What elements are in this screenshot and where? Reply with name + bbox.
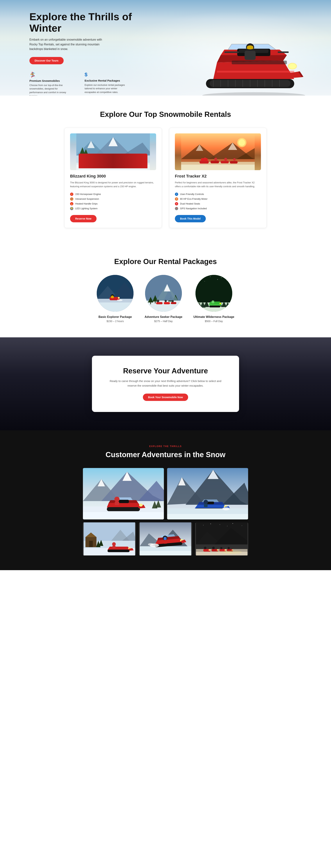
adventure-package-price: $275 – Half Day xyxy=(145,320,182,323)
reserve-card: Reserve Your Adventure Ready to carve th… xyxy=(92,356,239,412)
svg-point-103 xyxy=(219,303,221,304)
frost-tracker-features: ✦ User-Friendly Controls ⚙ 80 HP Eco-Fri… xyxy=(175,192,261,211)
svg-point-87 xyxy=(164,300,167,302)
svg-rect-52 xyxy=(200,161,209,163)
reserve-desc: Ready to carve through the snow on your … xyxy=(107,379,224,388)
svg-rect-55 xyxy=(211,161,219,163)
hero-section: Explore the Thrills of Winter Embark on … xyxy=(0,0,331,96)
svg-rect-88 xyxy=(171,302,176,304)
book-model-button[interactable]: Book This Model xyxy=(175,215,206,222)
feature-led-label: LED Lighting System xyxy=(75,207,97,210)
svg-rect-84 xyxy=(156,302,162,304)
basic-package-name: Basic Explorer Package xyxy=(97,315,133,319)
svg-point-0 xyxy=(202,92,305,96)
svg-point-173 xyxy=(204,547,206,549)
feature-motor-label: 80 HP Eco-Friendly Motor xyxy=(180,197,207,200)
svg-point-186 xyxy=(203,525,203,525)
book-snowmobile-button[interactable]: Book Your Snowmobile Now xyxy=(143,394,188,401)
svg-point-190 xyxy=(242,526,242,526)
adventure-image-1 xyxy=(83,468,164,520)
svg-rect-15 xyxy=(224,52,239,53)
basic-package-image xyxy=(97,275,133,312)
gps-icon: 📍 xyxy=(175,207,178,210)
package-adventure: Adventure Seeker Package $275 – Half Day xyxy=(145,275,182,323)
motor-icon: ⚙ xyxy=(175,197,178,200)
svg-point-18 xyxy=(289,64,296,69)
svg-point-71 xyxy=(118,297,120,299)
package-basic: Basic Explorer Package $150 – 2 hours xyxy=(97,275,133,323)
blizzard-king-desc: The Blizzard King 3000 is designed for p… xyxy=(70,181,156,188)
hero-subtitle: Embark on an unforgettable snowmobile ad… xyxy=(29,37,107,52)
svg-rect-123 xyxy=(115,501,119,505)
hero-snowmobile-image xyxy=(191,37,316,96)
hero-feature-premium: 🏂 Premium Snowmobiles Choose from our to… xyxy=(29,72,70,96)
svg-rect-54 xyxy=(201,158,208,161)
svg-rect-21 xyxy=(245,51,255,60)
blizzard-king-features: ⚡ 150 Horsepower Engine 🔧 Advanced Suspe… xyxy=(70,192,156,211)
snowboard-icon: 🏂 xyxy=(29,72,70,78)
svg-rect-66 xyxy=(97,303,133,312)
svg-rect-118 xyxy=(83,512,164,520)
svg-point-135 xyxy=(204,500,208,504)
adventures-bottom-row xyxy=(83,522,248,555)
svg-point-106 xyxy=(210,276,210,277)
rentals-section: Explore Our Top Snowmobile Rentals xyxy=(0,96,331,243)
suspension-icon: 🔧 xyxy=(70,197,73,200)
feature-horsepower-label: 150 Horsepower Engine xyxy=(75,193,101,195)
adventure-image-5 xyxy=(195,522,248,555)
svg-rect-16 xyxy=(278,52,289,53)
blizzard-king-title: Blizzard King 3000 xyxy=(70,174,156,179)
svg-point-139 xyxy=(222,507,230,510)
feature-suspension-label: Advanced Suspension xyxy=(75,197,99,200)
hero-title: Explore the Thrills of Winter xyxy=(29,11,140,34)
reserve-now-button[interactable]: Reserve Now xyxy=(70,215,96,222)
ultimate-package-name: Ultimate Wilderness Package xyxy=(193,315,234,319)
svg-point-176 xyxy=(212,547,215,549)
controls-icon: ✦ xyxy=(175,192,178,196)
svg-point-56 xyxy=(214,158,217,161)
adventure-package-name: Adventure Seeker Package xyxy=(145,315,182,319)
rentals-title: Explore Our Top Snowmobile Rentals xyxy=(29,110,302,119)
ultimate-package-image xyxy=(195,275,232,312)
svg-point-182 xyxy=(228,547,230,549)
frost-tracker-image xyxy=(175,133,261,170)
feature2-desc: Explore our exclusive rental packages ta… xyxy=(85,83,125,94)
svg-rect-35 xyxy=(106,159,113,161)
svg-point-121 xyxy=(139,504,143,506)
svg-rect-76 xyxy=(150,302,151,304)
grips-icon: 🔥 xyxy=(70,202,73,206)
feature-led: 💡 LED Lighting System xyxy=(70,206,156,211)
feature-seats: ♦ Dual Heated Seats xyxy=(175,202,261,206)
svg-rect-138 xyxy=(167,514,248,520)
adventure-package-image xyxy=(145,275,182,312)
svg-point-62 xyxy=(239,139,245,146)
feature-controls: ✦ User-Friendly Controls xyxy=(175,192,261,196)
feature-seats-label: Dual Heated Seats xyxy=(180,202,200,205)
feature-grips-label: Heated Handle Grips xyxy=(75,202,97,205)
dollar-icon: $ xyxy=(85,72,125,78)
feature-gps-label: GPS Navigation Included xyxy=(180,207,207,210)
svg-rect-120 xyxy=(107,507,140,511)
svg-rect-57 xyxy=(221,161,229,163)
feature2-title: Exclusive Rental Packages xyxy=(85,79,125,82)
reserve-section: Reserve Your Adventure Ready to carve th… xyxy=(0,337,331,430)
svg-point-89 xyxy=(172,300,174,302)
feature-motor: ⚙ 80 HP Eco-Friendly Motor xyxy=(175,196,261,202)
adventure-image-2 xyxy=(167,468,248,520)
blizzard-king-image xyxy=(70,133,156,170)
svg-point-109 xyxy=(205,281,205,281)
svg-point-187 xyxy=(210,524,211,524)
svg-point-179 xyxy=(220,547,222,549)
frost-tracker-desc: Perfect for beginners and seasoned adven… xyxy=(175,181,261,188)
basic-package-price: $150 – 2 hours xyxy=(97,320,133,323)
feature-gps: 📍 GPS Navigation Included xyxy=(175,206,261,211)
discover-tours-button[interactable]: Discover Our Tours xyxy=(29,57,64,64)
adventures-section: EXPLORE THE THRILLS Customer Adventures … xyxy=(0,430,331,570)
svg-rect-149 xyxy=(108,550,130,552)
svg-point-174 xyxy=(208,549,211,551)
svg-point-122 xyxy=(114,497,120,502)
svg-point-151 xyxy=(112,542,116,546)
svg-point-60 xyxy=(233,158,236,161)
feature1-desc: Choose from our top-of-the-line snowmobi… xyxy=(29,84,70,96)
svg-point-108 xyxy=(227,280,227,281)
